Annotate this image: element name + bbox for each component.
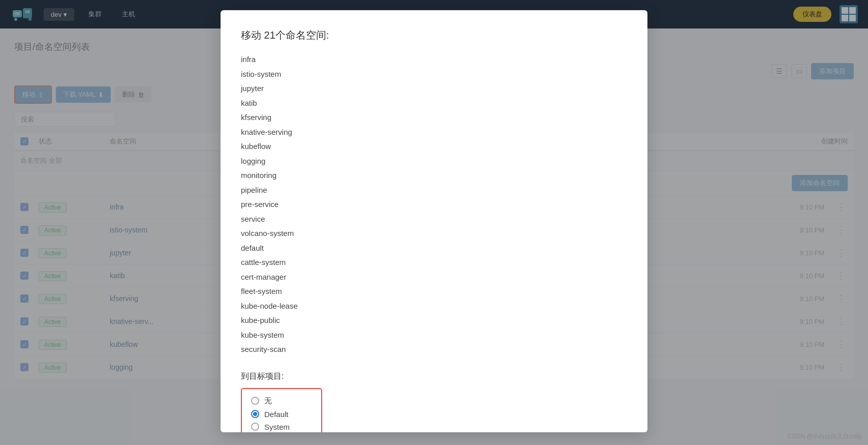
ns-list-item: infra [241,52,627,67]
ns-list-item: pipeline [241,183,627,198]
ns-list-item: jupyter [241,81,627,96]
ns-list-item: cert-manager [241,270,627,285]
ns-list-item: service [241,212,627,227]
ns-list-item: kfserving [241,110,627,125]
radio-default[interactable]: Default [251,410,312,419]
radio-circle-none [251,397,259,405]
ns-list-item: knative-serving [241,125,627,140]
ns-list-item: istio-system [241,67,627,82]
ns-list-item: kube-node-lease [241,299,627,314]
modal-title: 移动 21个命名空间: [241,28,627,42]
ns-list-item: default [241,241,627,256]
modal-overlay[interactable]: 移动 21个命名空间: infra istio-system jupyter k… [0,0,868,445]
watermark: CSDN @小白白白又白cdlip [788,432,862,441]
radio-system-label: System [264,423,290,431]
ns-list-item: monitoring [241,168,627,183]
ns-list-item: fleet-system [241,284,627,299]
ns-list-item: cattle-system [241,255,627,270]
radio-system[interactable]: System [251,423,312,431]
radio-none[interactable]: 无 [251,396,312,406]
target-label: 到目标项目: [241,371,627,382]
ns-list-item: security-scan [241,342,627,357]
ns-list-item: logging [241,154,627,169]
ns-list-item: kube-system [241,328,627,343]
move-modal: 移动 21个命名空间: infra istio-system jupyter k… [221,10,647,432]
ns-list-item: kubeflow [241,139,627,154]
ns-list-item: pre-service [241,197,627,212]
target-section: 到目标项目: 无 Default System [241,371,627,433]
radio-none-label: 无 [264,396,272,406]
ns-list-item: volcano-system [241,226,627,241]
radio-circle-system [251,423,259,431]
radio-circle-default [251,410,259,418]
ns-list-item: katib [241,96,627,111]
ns-list-item: kube-public [241,313,627,328]
ns-list: infra istio-system jupyter katib kfservi… [241,52,627,357]
radio-default-label: Default [264,410,289,419]
radio-group: 无 Default System [241,388,322,433]
